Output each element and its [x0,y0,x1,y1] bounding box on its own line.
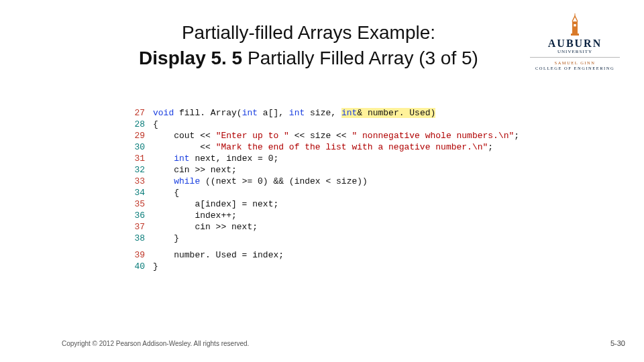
code-line: 33 while ((next >= 0) && (index < size)) [134,176,530,187]
code-line: 35 a[index] = next; [134,198,530,210]
line-number: 32 [134,164,153,176]
slide-title: Partially-filled Arrays Example: Display… [121,20,496,71]
code-line: 39 number. Used = index; [134,249,530,261]
line-number: 31 [134,153,153,164]
code-line: 31 int next, index = 0; [134,153,530,164]
code-text: int next, index = 0; [153,153,530,164]
code-line: 30 << "Mark the end of the list with a n… [134,141,530,153]
line-number: 33 [134,176,153,187]
logo-main: AUBURN [548,38,602,49]
code-line: 37 cin >> next; [134,221,530,233]
code-text: number. Used = index; [153,249,530,261]
code-line: 28{ [134,119,530,130]
code-text: { [153,119,530,130]
svg-rect-0 [572,21,578,35]
code-text: } [153,261,530,272]
line-number: 27 [134,107,153,119]
logo-divider [530,57,620,58]
title-line-2: Display 5. 5 Partially Filled Array (3 o… [121,46,496,71]
title-bold: Display 5. 5 [139,48,242,68]
title-rest: Partially Filled Array (3 of 5) [242,48,478,68]
code-text: { [153,187,530,198]
code-line: 36 index++; [134,210,530,221]
logo-college-1: SAMUEL GINN [525,60,625,65]
slide: Partially-filled Arrays Example: Display… [0,0,644,362]
code-line: 40} [134,261,530,272]
line-number: 39 [134,249,153,261]
code-line: 29 cout << "Enter up to " << size << " n… [134,130,530,141]
line-number: 34 [134,187,153,198]
code-text: while ((next >= 0) && (index < size)) [153,176,530,187]
line-number: 30 [134,141,153,153]
svg-rect-1 [571,34,579,36]
title-line-1: Partially-filled Arrays Example: [121,20,496,46]
code-text: } [153,233,530,244]
line-number: 38 [134,233,153,244]
copyright-text: Copyright © 2012 Pearson Addison-Wesley.… [62,340,249,347]
code-line: 34 { [134,187,530,198]
code-text: a[index] = next; [153,198,530,210]
code-gap [134,244,530,249]
auburn-logo: AUBURN UNIVERSITY SAMUEL GINN COLLEGE OF… [525,13,625,70]
logo-sub: UNIVERSITY [525,49,625,54]
line-number: 28 [134,119,153,130]
code-text: cin >> next; [153,221,530,233]
line-number: 40 [134,261,153,272]
code-text: cin >> next; [153,164,530,176]
line-number: 36 [134,210,153,221]
tower-icon [565,13,585,36]
code-text: << "Mark the end of the list with a nega… [153,141,530,153]
code-text: cout << "Enter up to " << size << " nonn… [153,130,530,141]
svg-rect-3 [574,24,576,26]
code-text: index++; [153,210,530,221]
code-line: 27void fill. Array(int a[], int size, in… [134,107,530,119]
line-number: 35 [134,198,153,210]
code-block: 27void fill. Array(int a[], int size, in… [134,107,530,272]
code-line: 38 } [134,233,530,244]
line-number: 29 [134,130,153,141]
page-number: 5-30 [610,339,625,347]
logo-college-2: COLLEGE OF ENGINEERING [525,66,625,70]
code-line: 32 cin >> next; [134,164,530,176]
line-number: 37 [134,221,153,233]
code-text: void fill. Array(int a[], int size, int&… [153,107,530,119]
